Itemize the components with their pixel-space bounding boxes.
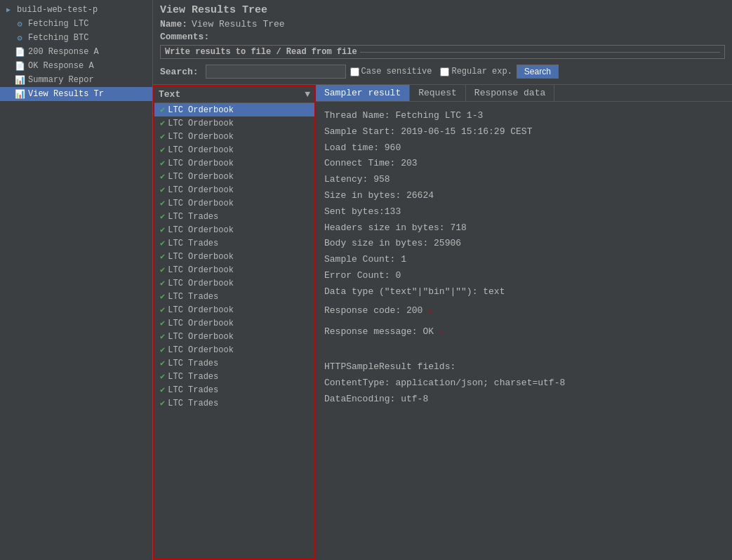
main-panel: View Results Tree Name: View Results Tre… [153,0,732,560]
tree-item[interactable]: ✔LTC Trades [154,236,314,250]
tree-item[interactable]: ✔LTC Orderbook [154,143,314,156]
check-icon: ✔ [160,385,165,395]
sidebar-item-ok-response[interactable]: 📄 OK Response A [0,59,152,73]
case-sensitive-input[interactable] [350,67,359,76]
dropdown-icon[interactable]: ▼ [305,89,310,100]
tree-item[interactable]: ✔LTC Orderbook [154,223,314,236]
check-icon: ✔ [160,371,165,382]
regex-checkbox[interactable]: Regular exp. [440,67,512,76]
comments-label: Comments: [160,32,209,42]
tree-item[interactable]: ✔LTC Orderbook [154,303,314,316]
tree-item[interactable]: ✔LTC Trades [154,396,314,410]
sent-bytes: Sent bytes:133 [324,205,724,220]
tree-item[interactable]: ✔LTC Orderbook [154,343,314,356]
tree-item[interactable]: ✔LTC Orderbook [154,183,314,196]
check-icon: ✔ [160,331,165,342]
sidebar-item-view-results-tree[interactable]: 📊 View Results Tr [0,87,152,101]
regex-input[interactable] [440,67,449,76]
sample-count: Sample Count: 1 [324,253,724,267]
sidebar-item-summary-report[interactable]: 📊 Summary Repor [0,73,152,87]
check-icon: ✔ [160,158,165,168]
tab-sampler-result[interactable]: Sampler result [316,85,410,101]
check-icon: ✔ [160,358,165,368]
tree-item[interactable]: ✔LTC Orderbook [154,196,314,210]
sidebar-item-build-web-test[interactable]: ▶ build-web-test-p [0,3,152,17]
doc-icon: 📄 [14,60,25,72]
tree-header-label: Text [159,89,180,100]
tree-item[interactable]: ✔LTC Orderbook [154,116,314,130]
tree-item[interactable]: ✔LTC Trades [154,383,314,396]
tree-item[interactable]: ✔LTC Trades [154,210,314,223]
write-results-bar: Write results to file / Read from file [160,45,725,59]
data-type: Data type ("text"|"bin"|""): text [324,285,724,300]
error-count: Error Count: 0 [324,269,724,284]
check-icon: ✔ [160,238,165,248]
tree-item[interactable]: ✔LTC Orderbook [154,330,314,343]
search-bar: Search: Case sensitive Regular exp. Sear… [160,62,725,81]
sidebar-item-label: View Results Tr [28,89,104,99]
tree-item[interactable]: ✔LTC Trades [154,370,314,383]
sidebar-item-label: build-web-test-p [17,5,98,15]
regex-label: Regular exp. [451,67,512,76]
sidebar-item-label: Fetching BTC [28,33,88,43]
tree-item[interactable]: ✔LTC Orderbook [154,276,314,290]
tree-item[interactable]: ✔LTC Orderbook [154,156,314,170]
check-icon: ✔ [160,345,165,355]
tree-item[interactable]: ✔LTC Trades [154,290,314,303]
check-icon: ✔ [160,278,165,288]
sidebar-item-fetching-ltc[interactable]: ⚙ Fetching LTC [0,17,152,31]
sidebar-item-label: Summary Repor [28,75,94,85]
chart-icon: 📊 [14,74,25,86]
search-label: Search: [160,67,199,77]
check-icon: ✔ [160,145,165,155]
spacer [324,344,724,359]
sidebar-item-label: OK Response A [28,61,94,71]
http-sample-fields: HTTPSampleResult fields: [324,360,724,375]
tree-item[interactable]: ✔LTC Orderbook [154,250,314,263]
check-icon: ✔ [160,318,165,328]
sample-start: Sample Start: 2019-06-15 15:16:29 CEST [324,125,724,140]
check-icon: ✔ [160,251,165,262]
check-icon: ✔ [160,398,165,408]
checkbox-group: Case sensitive Regular exp. [350,67,512,76]
tree-panel: Text ▼ ✔LTC Orderbook✔LTC Orderbook✔LTC … [153,85,316,560]
search-input[interactable] [206,65,346,79]
result-content: Thread Name: Fetching LTC 1-3 Sample Sta… [316,102,732,560]
tree-items-container: ✔LTC Orderbook✔LTC Orderbook✔LTC Orderbo… [154,103,314,410]
check-icon: ✔ [160,305,165,315]
detail-panel: Sampler result Request Response data Thr… [316,85,732,560]
check-icon: ✔ [160,265,165,275]
write-results-line [360,52,720,53]
case-sensitive-checkbox[interactable]: Case sensitive [350,67,432,76]
tree-item[interactable]: ✔LTC Orderbook [154,263,314,276]
check-icon: ✔ [160,211,165,222]
tree-item[interactable]: ✔LTC Orderbook [154,130,314,143]
check-icon: ✔ [160,171,165,182]
name-value: View Results Tree [192,19,285,29]
size-bytes: Size in bytes: 26624 [324,189,724,204]
connect-time: Connect Time: 203 [324,156,724,171]
write-results-label: Write results to file / Read from file [165,47,357,57]
data-encoding: DataEncoding: utf-8 [324,392,724,407]
check-icon: ✔ [160,131,165,142]
tree-item[interactable]: ✔LTC Orderbook [154,316,314,330]
sidebar-item-fetching-btc[interactable]: ⚙ Fetching BTC [0,31,152,45]
tabs: Sampler result Request Response data [316,85,732,102]
response-code: Response code: 200 ← [324,301,724,321]
tree-item[interactable]: ✔LTC Orderbook [154,170,314,183]
results-tree-icon: 📊 [14,88,25,100]
arrow-response-message: ← [439,322,447,342]
sidebar-item-label: Fetching LTC [28,19,88,29]
body-size: Body size in bytes: 25906 [324,236,724,251]
tab-request[interactable]: Request [410,85,466,101]
comments-field-row: Comments: [160,32,725,42]
latency: Latency: 958 [324,173,724,187]
tree-item[interactable]: ✔LTC Orderbook [154,103,314,116]
sidebar: ▶ build-web-test-p ⚙ Fetching LTC ⚙ Fetc… [0,0,153,560]
tab-response-data[interactable]: Response data [466,85,554,101]
gear-icon: ⚙ [14,18,25,29]
tree-item[interactable]: ✔LTC Trades [154,356,314,370]
search-button[interactable]: Search [517,65,559,79]
name-field-row: Name: View Results Tree [160,19,725,29]
sidebar-item-200-response[interactable]: 📄 200 Response A [0,45,152,59]
